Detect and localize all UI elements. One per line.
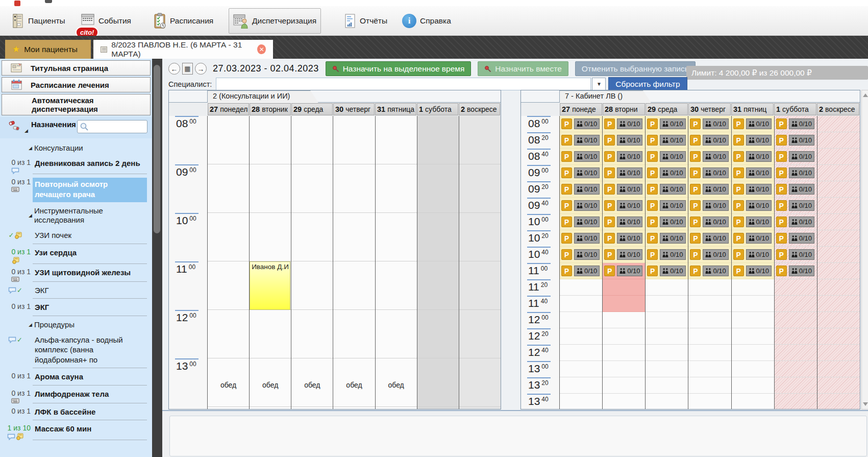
cabinet-slot-cell[interactable]: [646, 345, 688, 361]
cabinet-slot-cell[interactable]: Р0/10: [732, 116, 774, 132]
cabinet-slot-cell[interactable]: Р0/10: [560, 181, 602, 198]
cabinet-slot-cell[interactable]: [732, 312, 774, 328]
cabinet-grid-tab[interactable]: 7 - Кабинет ЛВ (): [559, 90, 651, 103]
cabinet-slot-cell[interactable]: [775, 296, 817, 312]
schedule-hour-cell[interactable]: [291, 116, 333, 164]
schedule-hour-cell[interactable]: [208, 116, 249, 164]
cabinet-slot-cell[interactable]: Р0/10: [603, 230, 645, 247]
cabinet-slot-cell[interactable]: [817, 149, 860, 165]
cabinet-slot-cell[interactable]: Р0/10: [775, 214, 817, 230]
cabinet-slot-cell[interactable]: Р0/10: [646, 263, 688, 279]
day-header-cell[interactable]: 1суббота: [774, 103, 816, 115]
reset-filter-button[interactable]: Сбросить фильтр: [608, 77, 687, 91]
cabinet-slot-cell[interactable]: Р0/10: [603, 247, 645, 263]
schedule-hour-cell[interactable]: [291, 164, 333, 213]
schedule-hour-cell[interactable]: [333, 261, 375, 310]
schedule-hour-cell[interactable]: [333, 213, 375, 261]
schedule-hour-cell[interactable]: [459, 261, 501, 310]
cabinet-slot-cell[interactable]: [603, 312, 645, 328]
tree-item[interactable]: ✓Альфа-капсула - водный комплекс (ванна …: [0, 332, 152, 370]
cabinet-slot-cell[interactable]: Р0/10: [646, 198, 688, 214]
cabinet-slot-cell[interactable]: Р0/10: [646, 116, 688, 132]
cabinet-slot-cell[interactable]: [775, 279, 817, 296]
cabinet-slot-cell[interactable]: [603, 296, 645, 312]
sidebar-scrollbar-thumb[interactable]: [154, 65, 160, 233]
cabinet-day-column[interactable]: Р0/10Р0/10Р0/10Р0/10Р0/10Р0/10Р0/10Р0/10…: [560, 116, 603, 409]
schedule-hour-cell[interactable]: [417, 213, 459, 261]
cabinet-slot-cell[interactable]: Р0/10: [560, 132, 602, 149]
calendar-picker-button[interactable]: ▦: [182, 63, 193, 75]
consultations-grid-tab[interactable]: 2 (Консультации и ИИ): [207, 90, 318, 103]
cabinet-slot-cell[interactable]: [775, 377, 817, 394]
schedule-hour-cell[interactable]: [417, 358, 459, 407]
cabinet-slot-cell[interactable]: [603, 345, 645, 361]
sidebar-scrollbar[interactable]: [152, 59, 162, 457]
cabinet-slot-cell[interactable]: Р0/10: [646, 247, 688, 263]
schedule-hour-cell[interactable]: [417, 310, 459, 358]
schedule-hour-cell[interactable]: [208, 213, 249, 261]
schedule-day-column[interactable]: обед: [291, 116, 333, 409]
cabinet-slot-cell[interactable]: [688, 328, 731, 345]
cabinet-slot-cell[interactable]: Р0/10: [732, 165, 774, 181]
day-header-cell[interactable]: 27понедел: [208, 103, 249, 115]
sidebar-item-auto-dispatch[interactable]: Автоматическая диспетчеризация: [2, 94, 151, 115]
cabinet-slot-cell[interactable]: Р0/10: [560, 214, 602, 230]
day-header-cell[interactable]: 31пятница: [375, 103, 416, 115]
cabinet-slot-cell[interactable]: Р0/10: [688, 198, 731, 214]
cabinet-slot-cell[interactable]: Р0/10: [603, 181, 645, 198]
tree-item-label[interactable]: Дневниковая запись 2 день: [33, 158, 147, 174]
cabinet-slot-cell[interactable]: Р0/10: [603, 263, 645, 279]
schedule-hour-cell[interactable]: [291, 261, 333, 310]
cabinet-slot-cell[interactable]: [688, 345, 731, 361]
schedule-hour-cell[interactable]: обед: [250, 358, 291, 407]
tree-item[interactable]: 0 из 1ЭКГ: [0, 300, 152, 317]
schedule-hour-cell[interactable]: [376, 164, 417, 213]
cabinet-slot-cell[interactable]: Р0/10: [775, 116, 817, 132]
day-header-cell[interactable]: 28вторни: [603, 103, 645, 115]
cabinet-slot-cell[interactable]: Р0/10: [732, 181, 774, 198]
cabinet-slot-cell[interactable]: [560, 296, 602, 312]
cabinet-slot-cell[interactable]: [732, 279, 774, 296]
toolbar-help-button[interactable]: i Справка: [398, 8, 455, 34]
tree-item-label[interactable]: ЛФК в бассейне: [33, 407, 147, 421]
cabinet-slot-cell[interactable]: Р0/10: [732, 149, 774, 165]
tree-group[interactable]: ◢Процедуры: [0, 317, 152, 332]
assignments-search[interactable]: [77, 120, 147, 133]
scroll-up-icon[interactable]: [863, 93, 868, 97]
cabinet-slot-cell[interactable]: Р0/10: [646, 230, 688, 247]
cabinet-slot-cell[interactable]: Р0/10: [732, 263, 774, 279]
cabinet-slot-cell[interactable]: Р0/10: [560, 263, 602, 279]
cabinet-slot-cell[interactable]: [732, 345, 774, 361]
tree-item-label[interactable]: Арома сауна: [33, 372, 147, 386]
cabinet-slot-cell[interactable]: Р0/10: [688, 230, 731, 247]
cabinet-slot-cell[interactable]: [646, 361, 688, 377]
tree-item-label[interactable]: Узи сердца: [33, 248, 147, 264]
schedule-hour-cell[interactable]: [208, 164, 249, 213]
schedule-hour-cell[interactable]: [250, 310, 291, 358]
tree-item[interactable]: ✓ЭКГ: [0, 283, 152, 300]
cabinet-slot-cell[interactable]: [688, 361, 731, 377]
cabinet-slot-cell[interactable]: Р0/10: [646, 132, 688, 149]
cabinet-slot-cell[interactable]: Р0/10: [560, 116, 602, 132]
cabinet-slot-cell[interactable]: [603, 377, 645, 394]
schedule-day-column[interactable]: обедИванов Д.И: [250, 116, 291, 409]
assign-together-button[interactable]: Назначить вместе: [478, 61, 568, 76]
schedule-day-column[interactable]: обед: [376, 116, 417, 409]
cabinet-slot-cell[interactable]: [560, 394, 602, 409]
schedule-hour-cell[interactable]: [459, 116, 501, 164]
tree-item[interactable]: 0 из 1Лимфодренаж тела: [0, 387, 152, 404]
schedule-hour-cell[interactable]: [291, 310, 333, 358]
cabinet-day-column[interactable]: Р0/10Р0/10Р0/10Р0/10Р0/10Р0/10Р0/10Р0/10…: [646, 116, 688, 409]
schedule-hour-cell[interactable]: обед: [376, 358, 417, 407]
day-header-cell[interactable]: 2воскресе: [817, 103, 859, 115]
cancel-record-button[interactable]: Отменить выбранную запись: [575, 61, 696, 76]
day-header-cell[interactable]: 31пятниц: [731, 103, 774, 115]
schedule-hour-cell[interactable]: [208, 261, 249, 310]
sidebar-item-treatment-schedule[interactable]: Расписание лечения: [2, 77, 151, 92]
cabinet-slot-cell[interactable]: [775, 361, 817, 377]
cabinet-slot-cell[interactable]: Р0/10: [688, 132, 731, 149]
toolbar-reports-button[interactable]: Отчёты: [340, 8, 391, 34]
cabinet-slot-cell[interactable]: Р0/10: [688, 116, 731, 132]
cabinet-slot-cell[interactable]: Р0/10: [732, 132, 774, 149]
cabinet-slot-cell[interactable]: Р0/10: [560, 247, 602, 263]
